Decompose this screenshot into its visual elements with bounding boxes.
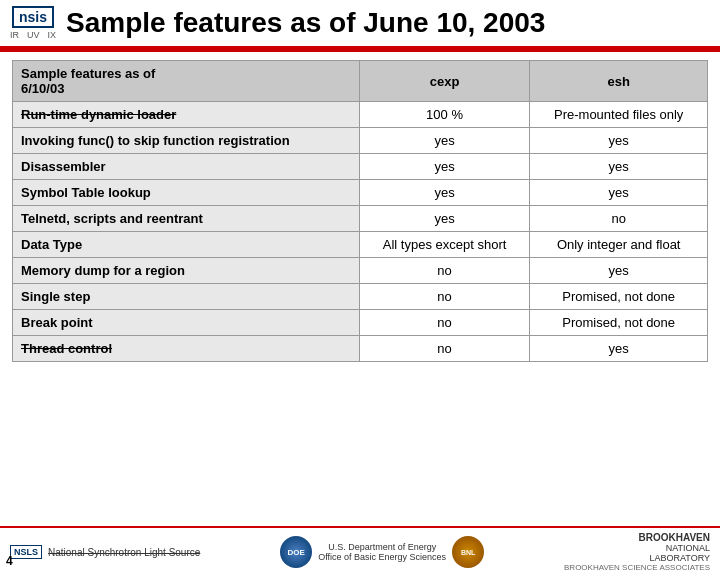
- feature-cell: Single step: [13, 284, 360, 310]
- table-row: Single stepnoPromised, not done: [13, 284, 708, 310]
- cexp-cell: yes: [359, 206, 530, 232]
- feature-cell: Symbol Table lookup: [13, 180, 360, 206]
- table-row: Run-time dynamic loader100 %Pre-mounted …: [13, 102, 708, 128]
- table-row: Symbol Table lookupyesyes: [13, 180, 708, 206]
- footer-dept-text: U.S. Department of Energy Office of Basi…: [318, 542, 446, 562]
- table-row: Telnetd, scripts and reentrantyesno: [13, 206, 708, 232]
- feature-cell: Data Type: [13, 232, 360, 258]
- main-content: Sample features as of 6/10/03 cexp esh R…: [0, 52, 720, 370]
- table-row: Thread controlnoyes: [13, 336, 708, 362]
- feature-cell: Break point: [13, 310, 360, 336]
- esh-cell: yes: [530, 128, 708, 154]
- ix-icon: IX: [48, 30, 57, 40]
- cexp-cell: yes: [359, 180, 530, 206]
- esh-cell: no: [530, 206, 708, 232]
- cexp-cell: 100 %: [359, 102, 530, 128]
- nsis-logo: nsis: [12, 6, 54, 28]
- source-label: National Synchrotron Light Source: [48, 547, 200, 558]
- footer-center-area: DOE U.S. Department of Energy Office of …: [280, 536, 484, 568]
- footer-right: BROOKHAVEN NATIONAL LABORATORY BROOKHAVE…: [564, 532, 710, 572]
- doe-emblem: DOE: [280, 536, 312, 568]
- table-row: Invoking func() to skip function registr…: [13, 128, 708, 154]
- cexp-cell: no: [359, 310, 530, 336]
- table-row: Disassembleryesyes: [13, 154, 708, 180]
- feature-cell: Disassembler: [13, 154, 360, 180]
- page-title: Sample features as of June 10, 2003: [66, 7, 710, 39]
- logo-container: nsis IR UV IX: [10, 6, 56, 40]
- footer: NSLS National Synchrotron Light Source D…: [0, 526, 720, 576]
- feature-cell: Memory dump for a region: [13, 258, 360, 284]
- cexp-cell: yes: [359, 154, 530, 180]
- esh-cell: yes: [530, 154, 708, 180]
- ir-icon: IR: [10, 30, 19, 40]
- esh-cell: Pre-mounted files only: [530, 102, 708, 128]
- nsls-logo-small: NSLS: [10, 545, 42, 559]
- esh-cell: Only integer and float: [530, 232, 708, 258]
- header: nsis IR UV IX Sample features as of June…: [0, 0, 720, 49]
- uv-icon: UV: [27, 30, 40, 40]
- feature-cell: Run-time dynamic loader: [13, 102, 360, 128]
- page-number: 4: [6, 554, 13, 568]
- esh-cell: Promised, not done: [530, 310, 708, 336]
- esh-cell: yes: [530, 180, 708, 206]
- footer-left: NSLS National Synchrotron Light Source: [10, 545, 200, 559]
- bnl-emblem: BNL: [452, 536, 484, 568]
- table-body: Run-time dynamic loader100 %Pre-mounted …: [13, 102, 708, 362]
- cexp-cell: no: [359, 258, 530, 284]
- feature-cell: Invoking func() to skip function registr…: [13, 128, 360, 154]
- col3-header: esh: [530, 61, 708, 102]
- cexp-cell: yes: [359, 128, 530, 154]
- cexp-cell: no: [359, 284, 530, 310]
- col2-header: cexp: [359, 61, 530, 102]
- col1-header: Sample features as of 6/10/03: [13, 61, 360, 102]
- feature-cell: Telnetd, scripts and reentrant: [13, 206, 360, 232]
- cexp-cell: All types except short: [359, 232, 530, 258]
- logo-sub-icons: IR UV IX: [10, 30, 56, 40]
- esh-cell: yes: [530, 258, 708, 284]
- features-table: Sample features as of 6/10/03 cexp esh R…: [12, 60, 708, 362]
- table-row: Break pointnoPromised, not done: [13, 310, 708, 336]
- table-row: Data TypeAll types except shortOnly inte…: [13, 232, 708, 258]
- feature-cell: Thread control: [13, 336, 360, 362]
- table-row: Memory dump for a regionnoyes: [13, 258, 708, 284]
- esh-cell: Promised, not done: [530, 284, 708, 310]
- cexp-cell: no: [359, 336, 530, 362]
- bnl-text: BROOKHAVEN NATIONAL LABORATORY BROOKHAVE…: [564, 532, 710, 572]
- esh-cell: yes: [530, 336, 708, 362]
